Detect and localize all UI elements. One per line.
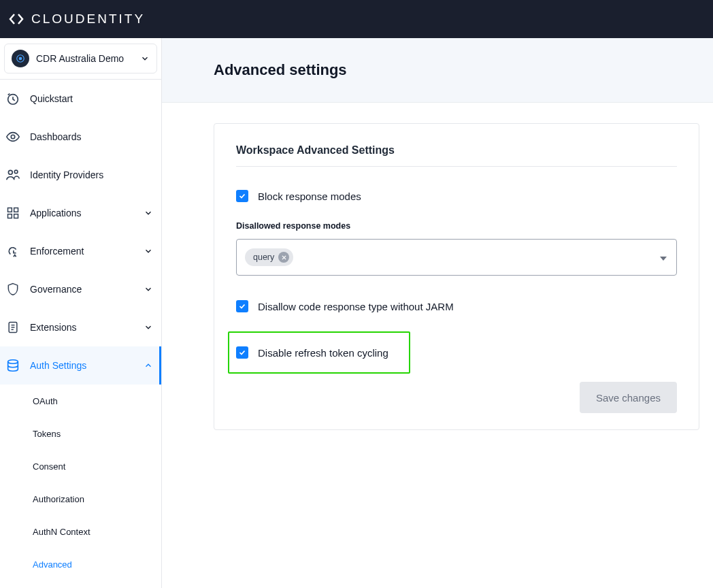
row-disable-refresh: Disable refresh token cycling [236,346,402,359]
main: Advanced settings Workspace Advanced Set… [162,38,713,588]
subnav-oauth[interactable]: OAuth [0,385,161,417]
subnav-consent[interactable]: Consent [0,450,161,483]
chevron-down-icon [144,246,153,256]
workspace-icon [12,50,29,67]
chevron-up-icon [144,361,153,370]
database-icon [5,358,20,373]
row-block-response-modes: Block response modes [236,190,677,202]
workspace-selector[interactable]: CDR Australia Demo [4,44,157,74]
nav-label: Dashboards [30,131,153,142]
subnav-tokens[interactable]: Tokens [0,417,161,450]
svg-point-4 [8,170,12,174]
svg-point-3 [11,135,15,139]
page-header: Advanced settings [162,38,713,103]
nav-label: Auth Settings [30,360,134,371]
applications-icon [5,206,20,220]
card-title: Workspace Advanced Settings [236,144,677,167]
nav-governance[interactable]: Governance [0,270,161,308]
nav-applications[interactable]: Applications [0,194,161,232]
svg-rect-8 [8,214,12,218]
extensions-icon [5,320,20,335]
nav-label: Identity Providers [30,169,153,180]
svg-point-14 [8,360,18,364]
chevron-down-icon [144,284,153,294]
subnav-authorization[interactable]: Authorization [0,483,161,515]
nav-extensions[interactable]: Extensions [0,308,161,346]
identity-icon [5,167,20,182]
chevron-down-icon [144,208,153,218]
nav-label: Governance [30,284,134,295]
svg-rect-9 [14,214,18,218]
chip-remove-icon[interactable] [278,252,289,263]
checkbox-block-response-modes[interactable] [236,190,248,202]
label-block-response-modes: Block response modes [258,191,361,202]
topbar: CLOUDENTITY [0,0,713,38]
workspace-name: CDR Australia Demo [36,53,133,64]
chevron-down-icon [140,54,150,63]
settings-card: Workspace Advanced Settings Block respon… [214,123,699,430]
nav-auth-settings[interactable]: Auth Settings [0,346,161,385]
enforcement-icon [5,244,20,259]
quickstart-icon [5,91,20,106]
nav-dashboards[interactable]: Dashboards [0,118,161,156]
disallowed-response-modes-select[interactable]: query [236,239,677,276]
label-disallow-jarm: Disallow code response type without JARM [258,301,454,312]
page-title: Advanced settings [214,61,713,79]
nav-label: Extensions [30,322,134,333]
subnav-authn-context[interactable]: AuthN Context [0,515,161,548]
label-disable-refresh: Disable refresh token cycling [258,347,388,359]
logo-icon [8,11,24,27]
subnav-advanced[interactable]: Advanced [0,548,161,581]
auth-settings-subnav: OAuth Tokens Consent Authorization AuthN… [0,385,161,581]
nav-label: Applications [30,208,134,218]
svg-marker-17 [660,257,667,261]
dashboards-icon [5,129,20,144]
nav-label: Quickstart [30,93,153,104]
shield-icon [5,282,20,297]
chip-query: query [245,248,293,266]
svg-point-1 [19,57,22,60]
chip-label: query [253,252,274,262]
row-disallow-jarm: Disallow code response type without JARM [236,300,677,312]
checkbox-disallow-jarm[interactable] [236,300,248,312]
save-changes-button[interactable]: Save changes [580,382,677,413]
svg-rect-7 [14,208,18,212]
dropdown-caret-icon [660,251,667,263]
svg-rect-6 [8,208,12,212]
highlight-disable-refresh: Disable refresh token cycling [228,331,410,374]
content-area: Workspace Advanced Settings Block respon… [162,103,713,588]
nav: Quickstart Dashboards Identity Providers… [0,79,161,581]
nav-label: Enforcement [30,246,134,257]
checkbox-disable-refresh[interactable] [236,346,248,359]
chevron-down-icon [144,323,153,332]
nav-enforcement[interactable]: Enforcement [0,232,161,270]
brand-text: CLOUDENTITY [31,12,145,27]
brand-logo: CLOUDENTITY [8,11,145,27]
sidebar: CDR Australia Demo Quickstart Dashboards [0,38,162,588]
label-disallowed-modes: Disallowed response modes [236,221,677,231]
nav-quickstart[interactable]: Quickstart [0,80,161,118]
nav-identity-providers[interactable]: Identity Providers [0,156,161,194]
save-row: Save changes [236,382,677,413]
svg-point-5 [14,170,18,174]
